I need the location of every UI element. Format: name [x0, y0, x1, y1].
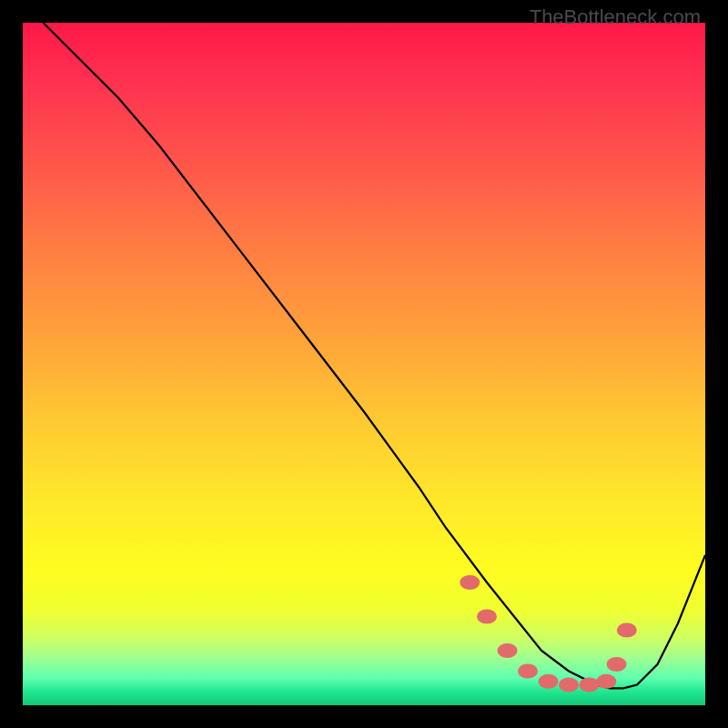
marker-dot: [559, 678, 579, 693]
main-curve: [44, 23, 706, 688]
chart-svg: [23, 23, 705, 705]
marker-dot: [607, 657, 627, 672]
marker-dots: [460, 575, 637, 693]
marker-dot: [460, 575, 480, 590]
marker-dot: [498, 643, 518, 658]
marker-dot: [617, 623, 637, 638]
marker-dot: [596, 674, 616, 689]
marker-dot: [477, 610, 497, 624]
marker-dot: [580, 678, 600, 693]
watermark: TheBottleneck.com: [530, 5, 701, 29]
marker-dot: [518, 664, 538, 679]
marker-dot: [539, 674, 559, 689]
plot-area: [23, 23, 705, 705]
